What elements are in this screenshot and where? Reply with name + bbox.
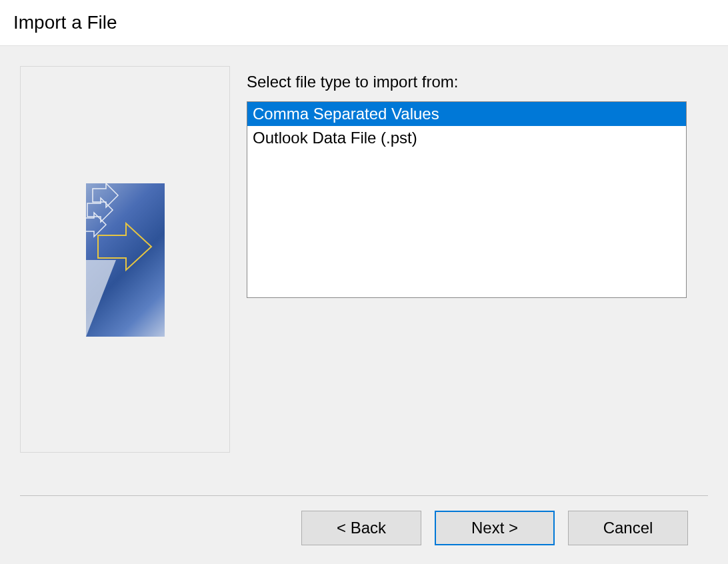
file-type-option[interactable]: Outlook Data File (.pst) — [247, 126, 686, 150]
content-row: Select file type to import from: Comma S… — [20, 66, 708, 483]
window-title: Import a File — [13, 12, 715, 33]
next-button[interactable]: Next > — [435, 511, 555, 545]
file-type-listbox[interactable]: Comma Separated ValuesOutlook Data File … — [247, 101, 687, 298]
file-type-label: Select file type to import from: — [247, 73, 708, 91]
body-area: Select file type to import from: Comma S… — [0, 46, 728, 564]
wizard-graphic-panel — [20, 66, 230, 453]
titlebar: Import a File — [0, 0, 728, 46]
import-arrow-icon — [86, 183, 165, 337]
form-area: Select file type to import from: Comma S… — [247, 66, 708, 483]
button-row: < Back Next > Cancel — [20, 496, 708, 564]
import-wizard-window: Import a File — [0, 0, 728, 564]
svg-marker-0 — [86, 260, 116, 337]
cancel-button[interactable]: Cancel — [568, 511, 688, 545]
file-type-option[interactable]: Comma Separated Values — [247, 102, 686, 126]
back-button[interactable]: < Back — [301, 511, 421, 545]
